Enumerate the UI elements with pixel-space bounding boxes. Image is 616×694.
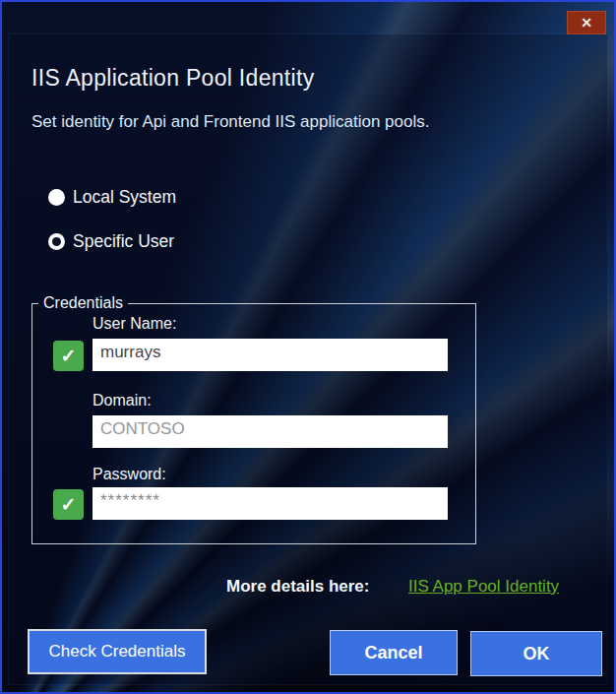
ok-button-label: OK bbox=[524, 644, 550, 664]
username-label: User Name: bbox=[92, 315, 176, 333]
check-icon: ✓ bbox=[61, 493, 77, 516]
cancel-button-label: Cancel bbox=[364, 643, 422, 663]
domain-label: Domain: bbox=[92, 392, 152, 410]
check-credentials-button-label: Check Credentials bbox=[49, 642, 186, 662]
radio-local-system[interactable]: Local System bbox=[48, 187, 176, 208]
close-button[interactable]: ✕ bbox=[567, 11, 606, 34]
radio-selected-icon bbox=[48, 233, 65, 250]
check-icon: ✓ bbox=[61, 345, 77, 367]
password-valid-badge: ✓ bbox=[53, 489, 84, 520]
radio-specific-user[interactable]: Specific User bbox=[48, 231, 174, 252]
password-label: Password: bbox=[92, 466, 166, 483]
ok-button[interactable]: OK bbox=[470, 631, 602, 676]
radio-local-system-label: Local System bbox=[73, 187, 176, 208]
page-subtitle: Set identity for Api and Frontend IIS ap… bbox=[31, 112, 429, 132]
check-credentials-button[interactable]: Check Credentials bbox=[28, 629, 207, 674]
more-details-label: More details here: bbox=[226, 577, 370, 597]
username-valid-badge: ✓ bbox=[53, 341, 84, 371]
credentials-group-label: Credentials bbox=[38, 294, 128, 312]
cancel-button[interactable]: Cancel bbox=[330, 630, 458, 675]
iis-app-pool-identity-link[interactable]: IIS App Pool Identity bbox=[408, 577, 559, 597]
username-input[interactable] bbox=[92, 339, 448, 371]
page-title: IIS Application Pool Identity bbox=[31, 65, 314, 92]
domain-input[interactable] bbox=[92, 415, 448, 448]
close-icon: ✕ bbox=[581, 16, 592, 30]
password-input[interactable] bbox=[92, 487, 448, 520]
radio-unselected-icon bbox=[48, 189, 65, 206]
dialog-window: ✕ IIS Application Pool Identity Set iden… bbox=[0, 0, 616, 694]
radio-specific-user-label: Specific User bbox=[73, 231, 174, 252]
